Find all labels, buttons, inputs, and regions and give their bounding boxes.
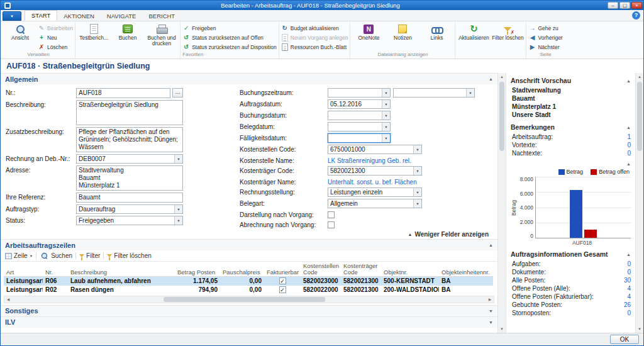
loeschen-button[interactable]: ✗ Löschen [38,43,73,51]
collapse-icon[interactable]: ▲ [626,252,631,257]
tab-aktionen[interactable]: AKTIONEN [57,11,101,21]
factbox-vertical-scrollbar[interactable]: ▲ ▼ [635,73,643,333]
scrollbar-thumb[interactable] [637,82,642,151]
filter-loeschen-button[interactable]: ✗ Filter löschen [491,22,524,41]
zusatzbeschreibung-field[interactable]: Pflege der Pflanzflächen auf den Grünins… [76,127,183,152]
close-button[interactable]: × [631,2,642,9]
scroll-left-icon[interactable]: ◀ [4,297,12,301]
tab-bericht[interactable]: BERICHT [142,11,181,21]
testbericht-button[interactable]: Testberich... [77,22,110,41]
checkbox-checked-icon[interactable]: ✓ [279,277,286,284]
freigeben-button[interactable]: ✓ Freigeben [182,24,277,32]
zeile-menu-button[interactable]: Zeile ▼ [5,252,33,259]
bearbeiten-button[interactable]: ✎ Bearbeiten [38,24,73,32]
naechster-button[interactable]: ▶ Nächster [528,43,562,51]
faelligkeitsdatum-select[interactable]: ▼ [328,133,391,143]
status-offen-button[interactable]: ↺ Status zurücksetzen auf Offen [182,33,277,42]
scroll-right-icon[interactable]: ▶ [486,297,494,301]
value-link[interactable]: 0 [627,150,631,157]
scrollbar-thumb[interactable] [164,297,325,302]
kostentraeger-code-select[interactable]: 5820021300 ▼ [328,166,422,176]
col-fakturierbar[interactable]: Fakturierbar [264,262,301,277]
scroll-down-icon[interactable]: ▼ [500,325,504,333]
value-link[interactable]: 0 [627,142,631,148]
minimize-button[interactable]: – [608,2,618,9]
links-button[interactable]: Links [420,22,453,41]
col-kostentraeger-code[interactable]: Kostenträger Code [341,262,381,277]
dropdown-icon[interactable]: ▼ [382,111,390,120]
auftragstyp-select[interactable]: Dauerauftrag ▼ [76,204,183,214]
fasttab-zeilen-header[interactable]: Arbeitsauftragszeilen ▲ [1,240,497,250]
help-icon[interactable]: ? [632,11,640,20]
neu-button[interactable]: + Neu [38,33,73,42]
gehe-zu-button[interactable]: → Gehe zu [528,24,562,32]
collapse-icon[interactable]: ▲ [626,125,631,130]
filter-button[interactable]: Filter [79,252,100,259]
value-link[interactable]: 30 [624,277,631,284]
tab-navigate[interactable]: NAVIGATE [101,11,143,21]
kostentraeger-name-link[interactable]: Unterhalt. sonst. u. bef. Flächen [328,177,417,186]
col-betrag-posten[interactable]: Betrag Posten [175,262,220,277]
show-less-link[interactable]: ▲ Weniger Felder anzeigen [408,231,489,238]
collapse-icon[interactable]: ▲ [489,243,493,247]
col-art[interactable]: Art [4,262,43,277]
checkbox-checked-icon[interactable]: ✓ [279,286,286,293]
app-menu-button[interactable]: ▼ [3,11,21,21]
dropdown-icon[interactable]: ▼ [413,167,421,175]
belegart-select[interactable]: Allgemein ▼ [328,199,422,208]
dropdown-icon[interactable]: ▼ [382,123,390,131]
collapse-icon[interactable]: ▲ [626,162,631,166]
col-objektnr[interactable]: Objektnr. [381,262,439,277]
belegdatum-select[interactable]: ▼ [328,122,391,131]
value-link[interactable]: 0 [627,260,631,267]
dropdown-icon[interactable]: ▼ [174,205,182,213]
suchen-button[interactable]: Suchen [40,251,72,260]
dropdown-icon[interactable]: ▼ [413,199,421,208]
tab-start[interactable]: START [25,10,57,21]
collapse-icon[interactable]: ▲ [626,79,631,83]
budget-aktualisieren-button[interactable]: ↻ Budget aktualisieren [281,24,348,32]
maximize-button[interactable]: ▢ [619,2,630,9]
neuen-vorgang-button[interactable]: Neuen Vorgang anlegen [281,33,348,42]
value-link[interactable]: 4 [627,285,631,292]
onenote-button[interactable]: N OneNote [352,22,385,41]
buchen-und-drucken-button[interactable]: Buchen und drucken [145,22,178,47]
buchungszeitraum-select-1[interactable]: ▼ [328,88,391,98]
assist-edit-button[interactable]: ... [172,88,183,98]
fasttab-sonstiges-header[interactable]: Sonstiges ▼ [1,306,497,316]
dropdown-icon[interactable]: ▼ [382,134,390,142]
status-disposition-button[interactable]: ↺ Status zurücksetzen auf Disposition [182,43,277,51]
col-nr[interactable]: Nr. [43,262,68,277]
ressourcen-buchblatt-button[interactable]: Ressourcen Buch.-Blatt [281,43,348,51]
status-select[interactable]: Freigegeben ▼ [76,216,183,225]
buchungszeitraum-select-2[interactable]: ▼ [393,88,475,98]
dropdown-icon[interactable]: ▼ [466,89,474,97]
value-link[interactable]: 26 [624,301,631,308]
aktualisieren-button[interactable]: ↻ Aktualisieren [457,22,490,41]
scrollbar-thumb[interactable] [499,82,504,151]
ok-button[interactable]: OK [610,335,639,344]
darstellung-nach-vorgang-checkbox[interactable] [328,211,335,218]
scroll-up-icon[interactable]: ▲ [638,73,641,81]
col-beschreibung[interactable]: Beschreibung [68,262,175,277]
buchen-button[interactable]: Buchen [111,22,144,41]
col-kostenstellen-code[interactable]: Kostenstellen Code [301,262,341,277]
value-link[interactable]: 0 [627,310,631,316]
kostenstelle-name-link[interactable]: LK Straßenreinigung Geb. rel. [328,156,411,164]
dropdown-icon[interactable]: ▼ [382,100,390,108]
abrechnung-nach-vorgang-checkbox[interactable] [328,221,335,228]
rechnung-an-deb-select[interactable]: DEB0007 ▼ [76,154,183,164]
value-link[interactable]: 1 [627,133,631,140]
vorheriger-button[interactable]: ◀ Vorheriger [528,33,562,42]
ihre-referenz-field[interactable]: Bauamt [76,193,183,203]
col-objekteinheitennr[interactable]: Objekteinheitennr. [439,262,493,277]
scroll-up-icon[interactable]: ▲ [500,73,504,81]
table-row[interactable]: Leistungsart R06 Laub aufnehmen, abfahre… [4,277,493,286]
expand-icon[interactable]: ▼ [489,320,493,325]
notizen-button[interactable]: Notizen [386,22,419,41]
adresse-field[interactable]: Stadtverwaltung Bauamt Münsterplatz 1 [76,165,183,191]
ansicht-button[interactable]: Ansicht [4,22,36,41]
scroll-down-icon[interactable]: ▼ [638,325,641,333]
buchungsdatum-select[interactable]: ▼ [328,111,391,120]
filter-loeschen-toolbar-button[interactable]: Filter löschen [107,252,151,259]
